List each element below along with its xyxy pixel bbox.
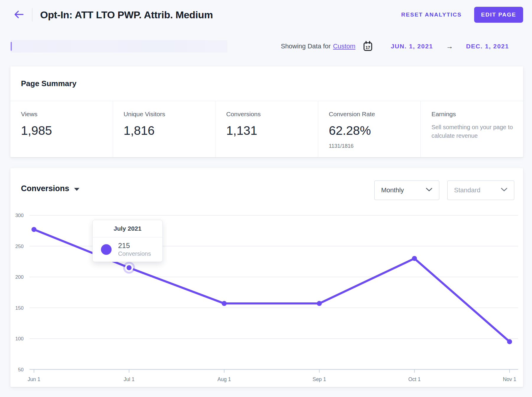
redacted-cursor [11, 42, 12, 51]
series-dot-icon [101, 244, 112, 255]
stat-unique-visitors: Unique Visitors 1,816 [113, 101, 216, 157]
stat-label: Conversion Rate [329, 111, 414, 118]
caret-down-icon [74, 188, 79, 191]
end-date[interactable]: DEC. 1, 2021 [466, 43, 509, 50]
svg-text:50: 50 [18, 367, 24, 373]
showing-data-label: Showing Data for [281, 42, 331, 50]
stat-label: Unique Visitors [124, 111, 208, 118]
stat-value: 1,816 [124, 124, 208, 138]
tooltip-series-label: Conversions [118, 250, 151, 257]
stat-value: 62.28% [329, 124, 414, 138]
tooltip-value: 215 [118, 242, 151, 250]
redacted-breadcrumb [11, 40, 227, 53]
svg-text:Sep 1: Sep 1 [313, 376, 326, 382]
stat-label: Conversions [226, 111, 311, 118]
chevron-down-icon [426, 188, 433, 193]
conversions-line-chart[interactable]: 50100150200250300Jun 1Jul 1Aug 1Sep 1Oct… [10, 206, 523, 387]
svg-text:200: 200 [15, 274, 24, 280]
chevron-down-icon [501, 188, 507, 193]
svg-text:Jun 1: Jun 1 [28, 376, 40, 382]
arrow-right-icon: → [446, 42, 453, 50]
svg-text:Aug 1: Aug 1 [218, 376, 231, 382]
chart-title: Conversions [21, 184, 69, 193]
page-summary-title: Page Summary [21, 79, 76, 88]
back-button[interactable] [13, 10, 25, 20]
view-select-value: Standard [454, 186, 480, 194]
stat-conversions: Conversions 1,131 [215, 101, 318, 157]
stat-label: Earnings [431, 111, 516, 118]
svg-text:Jul 1: Jul 1 [124, 376, 135, 382]
svg-text:Nov 1: Nov 1 [503, 376, 516, 382]
stat-value: 1,131 [226, 124, 311, 138]
back-arrow-icon [14, 10, 24, 20]
tooltip-period: July 2021 [114, 225, 142, 232]
reset-analytics-link[interactable]: RESET ANALYTICS [401, 12, 462, 18]
page-summary-card: Page Summary Views 1,985 Unique Visitors… [10, 66, 523, 157]
stat-value: 1,985 [21, 124, 106, 138]
custom-range-link[interactable]: Custom [333, 42, 355, 50]
start-date[interactable]: JUN. 1, 2021 [391, 43, 433, 50]
interval-select-value: Monthly [381, 186, 404, 194]
svg-text:100: 100 [15, 336, 24, 342]
stat-ratio: 1131/1816 [329, 143, 414, 149]
date-range-bar: Showing Data for Custom 17 JUN. 1, 2021 … [281, 40, 509, 53]
stat-label: Views [21, 111, 106, 118]
svg-text:250: 250 [15, 244, 24, 249]
stat-earnings: Earnings Sell something on your page to … [420, 101, 523, 157]
svg-text:17: 17 [365, 45, 370, 50]
calendar-icon[interactable]: 17 [363, 41, 373, 52]
summary-stats-row: Views 1,985 Unique Visitors 1,816 Conver… [10, 101, 523, 157]
svg-text:300: 300 [15, 213, 24, 218]
stat-description: Sell something on your page to calculate… [431, 123, 514, 140]
svg-text:150: 150 [15, 305, 24, 311]
chart-metric-dropdown[interactable]: Conversions [21, 184, 79, 193]
chart-tooltip: July 2021 215 Conversions [92, 220, 163, 262]
page-title: Opt-In: ATT LTO PWP. Attrib. Medium [40, 9, 213, 21]
stat-views: Views 1,985 [10, 101, 113, 157]
conversions-chart-card: Conversions Monthly Standard [10, 168, 523, 387]
view-select[interactable]: Standard [447, 181, 514, 200]
header-divider [32, 8, 32, 22]
edit-page-button[interactable]: EDIT PAGE [474, 7, 523, 23]
interval-select[interactable]: Monthly [374, 181, 439, 200]
stat-conversion-rate: Conversion Rate 62.28% 1131/1816 [318, 101, 421, 157]
svg-text:Oct 1: Oct 1 [408, 376, 421, 382]
page-header: Opt-In: ATT LTO PWP. Attrib. Medium RESE… [0, 0, 532, 29]
